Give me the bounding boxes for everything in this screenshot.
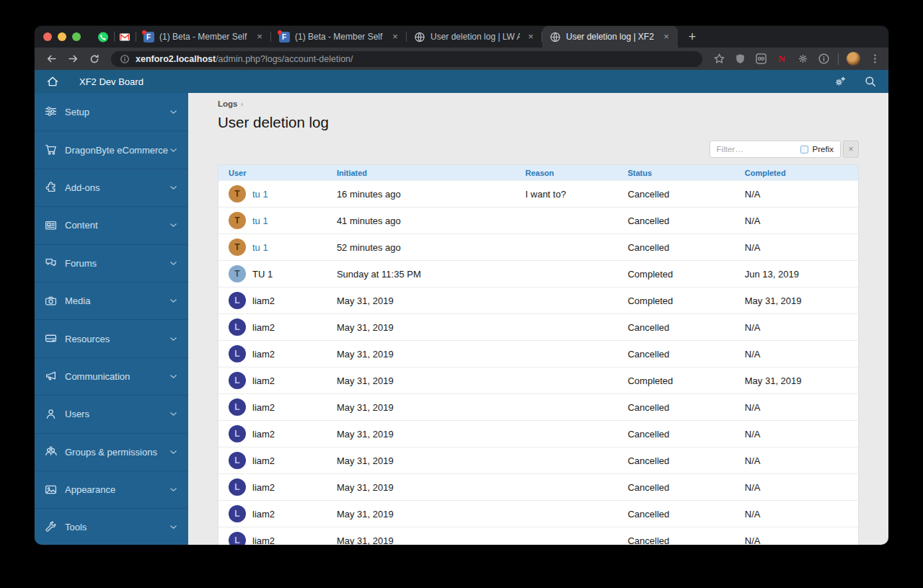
sidebar-item-content[interactable]: Content (35, 206, 188, 244)
new-tab-button[interactable]: + (682, 27, 702, 47)
initiated-cell: 16 minutes ago (327, 189, 516, 200)
minimize-window-button[interactable] (58, 32, 66, 41)
home-icon[interactable] (46, 75, 59, 88)
username-link[interactable]: tu 1 (252, 189, 268, 200)
sidebar-item-forums[interactable]: Forums (35, 244, 188, 282)
sidebar-item-groups-permissions[interactable]: Groups & permissions (35, 433, 188, 471)
status-cell: Cancelled (617, 322, 734, 333)
username-text: TU 1 (252, 269, 273, 280)
status-cell: Cancelled (617, 349, 734, 360)
gear-extension-icon[interactable] (796, 53, 809, 66)
browser-window: F(1) Beta - Member Self Delete×F(1) Beta… (35, 26, 888, 545)
tab-title: User deletion log | XF2 Dev Bo (566, 32, 655, 42)
user-avatar[interactable]: L (229, 292, 246, 309)
user-cell: Lliam2 (218, 452, 327, 469)
info-extension-icon[interactable] (817, 53, 830, 66)
page-title: User deletion log (218, 114, 859, 131)
username-text: liam2 (252, 375, 275, 386)
clear-filter-button[interactable]: × (843, 141, 859, 158)
status-cell: Cancelled (617, 509, 734, 520)
zoom-window-button[interactable] (72, 32, 81, 41)
initiated-cell: May 31, 2019 (327, 349, 516, 360)
tab[interactable]: F(1) Beta - Member Self Delete× (136, 26, 271, 48)
profile-avatar[interactable] (847, 52, 860, 66)
image-icon (45, 484, 58, 496)
username-text: liam2 (252, 509, 275, 520)
sidebar-item-add-ons[interactable]: Add-ons (35, 169, 188, 206)
gears-icon[interactable] (834, 75, 847, 88)
sidebar-item-setup[interactable]: Setup (35, 93, 188, 130)
user-cell: Lliam2 (218, 372, 327, 389)
user-avatar[interactable]: L (229, 425, 246, 442)
tab[interactable]: F(1) Beta - Member Self Delete |× (271, 26, 407, 48)
status-cell: Cancelled (617, 482, 734, 493)
tab-close-icon[interactable]: × (525, 31, 536, 43)
tab-close-icon[interactable]: × (661, 31, 672, 43)
back-button[interactable] (42, 50, 61, 68)
chevron-down-icon (169, 146, 178, 155)
tab-strip-tabs: F(1) Beta - Member Self Delete×F(1) Beta… (136, 26, 678, 48)
chevron-down-icon (169, 183, 178, 192)
tab[interactable]: User deletion log | LW Addons× (407, 26, 542, 48)
username-text: liam2 (252, 295, 275, 306)
user-avatar[interactable]: T (229, 212, 246, 229)
sidebar-item-appearance[interactable]: Appearance (35, 471, 188, 508)
user-avatar[interactable]: L (229, 372, 246, 389)
status-cell: Cancelled (617, 535, 734, 545)
netflix-extension-icon[interactable]: N (775, 53, 788, 66)
sidebar-item-communication[interactable]: Communication (35, 357, 188, 395)
user-avatar[interactable]: T (229, 185, 246, 202)
user-avatar[interactable]: L (229, 532, 246, 545)
reason-cell: I want to? (516, 189, 618, 200)
breadcrumb-logs-link[interactable]: Logs (218, 99, 237, 108)
user-avatar[interactable]: T (229, 239, 246, 256)
menu-kebab-icon[interactable] (868, 53, 881, 66)
user-avatar[interactable]: L (229, 398, 246, 416)
board-title[interactable]: XF2 Dev Board (79, 76, 143, 87)
user-avatar[interactable]: T (229, 265, 246, 282)
close-window-button[interactable] (43, 32, 52, 41)
user-avatar[interactable]: L (229, 345, 246, 362)
ublock-extension-icon[interactable] (733, 53, 746, 66)
sidebar-item-resources[interactable]: Resources (35, 319, 188, 357)
filter-input[interactable] (710, 145, 794, 153)
address-bar[interactable]: xenforo2.localhost/admin.php?logs/accoun… (111, 51, 702, 67)
tab-close-icon[interactable]: × (254, 31, 265, 43)
completed-cell: May 31, 2019 (735, 295, 858, 306)
infinity-extension-icon[interactable] (754, 53, 767, 66)
sidebar-item-dragonbyte-ecommerce[interactable]: DragonByte eCommerce (35, 130, 188, 168)
chevron-down-icon (169, 220, 178, 230)
user-cell: Lliam2 (218, 398, 327, 416)
user-avatar[interactable]: L (229, 318, 246, 336)
traffic-lights (43, 32, 92, 41)
pinned-tab[interactable] (114, 26, 136, 48)
user-avatar[interactable]: L (229, 452, 246, 469)
sidebar-item-tools[interactable]: Tools (35, 508, 188, 545)
user-avatar[interactable]: L (229, 478, 246, 496)
username-link[interactable]: tu 1 (252, 242, 268, 253)
bookmark-star-icon[interactable] (712, 53, 725, 66)
sidebar-item-label: Resources (65, 334, 169, 344)
sidebar-item-media[interactable]: Media (35, 282, 188, 319)
forward-button[interactable] (63, 50, 82, 68)
reload-button[interactable] (85, 50, 104, 68)
user-cell: TTU 1 (218, 265, 327, 282)
username-text: liam2 (252, 482, 275, 493)
completed-cell: Jun 13, 2019 (735, 269, 858, 280)
completed-cell: N/A (735, 482, 858, 493)
sidebar-item-users[interactable]: Users (35, 395, 188, 432)
username-text: liam2 (252, 349, 275, 360)
tab-active[interactable]: User deletion log | XF2 Dev Bo× (542, 26, 678, 48)
chevron-down-icon (169, 296, 178, 306)
status-cell: Cancelled (617, 429, 734, 440)
tab-close-icon[interactable]: × (389, 31, 401, 43)
page-info-icon[interactable] (120, 54, 130, 64)
completed-cell: N/A (735, 455, 858, 466)
sidebar-item-label: Communication (65, 371, 169, 382)
search-icon[interactable] (864, 75, 877, 88)
prefix-checkbox[interactable] (800, 146, 808, 153)
username-link[interactable]: tu 1 (252, 215, 268, 226)
user-avatar[interactable]: L (229, 505, 246, 522)
prefix-option[interactable]: Prefix (794, 141, 840, 157)
pinned-tab[interactable] (92, 26, 114, 48)
